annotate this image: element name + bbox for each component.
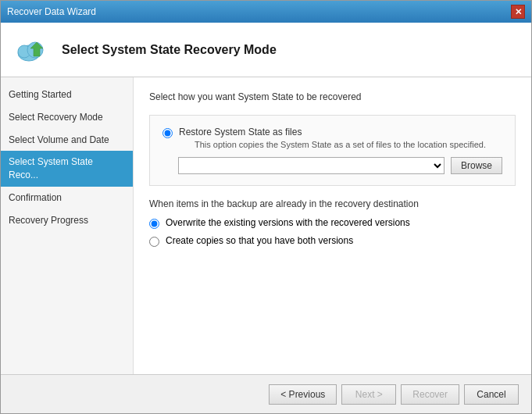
title-bar: Recover Data Wizard ✕: [1, 1, 531, 23]
main-panel: Select how you want System State to be r…: [134, 77, 531, 374]
create-copies-label[interactable]: Create copies so that you have both vers…: [166, 235, 353, 246]
restore-files-label[interactable]: Restore System State as files: [179, 127, 302, 137]
conflict-label: When items in the backup are already in …: [149, 198, 516, 209]
section-description: Select how you want System State to be r…: [149, 91, 516, 102]
previous-button[interactable]: < Previous: [269, 384, 337, 405]
footer: < Previous Next > Recover Cancel: [1, 374, 531, 413]
restore-files-radio[interactable]: [162, 128, 173, 138]
conflict-section: When items in the backup are already in …: [149, 198, 516, 247]
wizard-window: Recover Data Wizard ✕ Select System Stat…: [0, 0, 532, 414]
sidebar-item-recovery-mode[interactable]: Select Recovery Mode: [1, 106, 133, 129]
content-area: Getting Started Select Recovery Mode Sel…: [1, 77, 531, 374]
restore-files-option: Restore System State as files This optio…: [162, 127, 502, 149]
browse-button[interactable]: Browse: [451, 157, 502, 174]
create-copies-option: Create copies so that you have both vers…: [149, 235, 516, 247]
overwrite-option: Overwrite the existing versions with the…: [149, 217, 516, 229]
sidebar: Getting Started Select Recovery Mode Sel…: [1, 77, 134, 374]
sidebar-item-volume-date[interactable]: Select Volume and Date: [1, 129, 133, 152]
sidebar-item-getting-started[interactable]: Getting Started: [1, 84, 133, 106]
page-title: Select System State Recovery Mode: [62, 43, 277, 57]
cancel-button[interactable]: Cancel: [464, 384, 519, 405]
location-select[interactable]: [178, 157, 445, 174]
create-copies-radio[interactable]: [149, 237, 159, 247]
window-title: Recover Data Wizard: [7, 6, 96, 17]
restore-option-group: Restore System State as files This optio…: [149, 115, 516, 186]
restore-files-description: This option copies the System State as a…: [195, 140, 486, 149]
recover-button[interactable]: Recover: [401, 384, 459, 405]
sidebar-item-system-state[interactable]: Select System State Reco...: [1, 151, 133, 187]
wizard-header: Select System State Recovery Mode: [1, 23, 531, 77]
close-button[interactable]: ✕: [511, 5, 525, 19]
wizard-icon: [13, 31, 51, 69]
overwrite-label[interactable]: Overwrite the existing versions with the…: [166, 217, 410, 228]
sidebar-item-recovery-progress[interactable]: Recovery Progress: [1, 209, 133, 232]
browse-row: Browse: [178, 157, 502, 174]
sidebar-item-confirmation[interactable]: Confirmation: [1, 187, 133, 209]
next-button[interactable]: Next >: [341, 384, 396, 405]
overwrite-radio[interactable]: [149, 219, 159, 229]
